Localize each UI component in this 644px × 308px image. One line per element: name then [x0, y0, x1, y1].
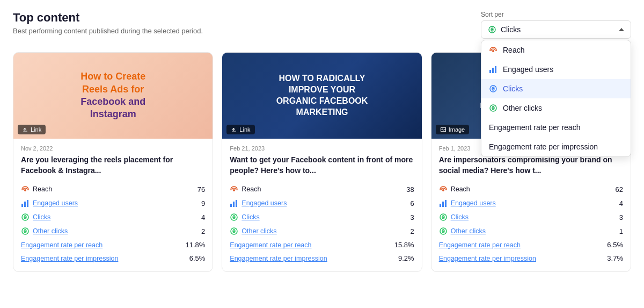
- card-2-other-clicks-value: 2: [410, 227, 414, 235]
- card-2-other-clicks-icon: [230, 227, 238, 235]
- engagement-reach-label: Engagement rate per reach: [489, 123, 580, 132]
- card-2-eng-reach-value: 15.8%: [394, 241, 414, 249]
- card-1-other-clicks-link[interactable]: Other clicks: [33, 227, 68, 235]
- card-3-metric-eng-reach: Engagement rate per reach 6.5%: [439, 238, 623, 252]
- card-1-other-clicks-value: 2: [201, 227, 205, 235]
- card-2-reach-label: Reach: [241, 185, 261, 193]
- card-3-badge: Image: [436, 125, 470, 134]
- card-2-eng-impression-value: 9.2%: [398, 254, 414, 262]
- page-title: Top content: [13, 11, 203, 25]
- card-2-date: Feb 21, 2023: [230, 145, 414, 152]
- card-2-metric-engaged: Engaged users 6: [230, 196, 414, 210]
- card-1-engaged-link[interactable]: Engaged users: [33, 199, 78, 207]
- card-1-metric-other-clicks: Other clicks 2: [21, 224, 205, 238]
- card-1-eng-reach-link[interactable]: Engagement rate per reach: [21, 241, 103, 249]
- sort-option-other-clicks[interactable]: Other clicks: [481, 98, 631, 118]
- card-2-badge-label: Link: [239, 126, 250, 133]
- sort-dropdown-menu: Reach Engaged users Clicks: [481, 40, 631, 157]
- card-2-reach-icon: [230, 185, 238, 194]
- card-2-metric-eng-reach: Engagement rate per reach 15.8%: [230, 238, 414, 252]
- card-3-engaged-link[interactable]: Engaged users: [451, 199, 496, 207]
- card-3-other-clicks-icon: [439, 227, 448, 235]
- card-2-metric-clicks: Clicks 3: [230, 210, 414, 224]
- card-3-eng-impression-value: 3.7%: [607, 254, 623, 262]
- card-3-other-clicks-link[interactable]: Other clicks: [451, 227, 486, 235]
- card-1-metric-eng-impression: Engagement rate per impression 6.5%: [21, 252, 205, 265]
- sort-selected-label: Clicks: [501, 25, 521, 34]
- card-2-body: Feb 21, 2023 Want to get your Facebook c…: [222, 139, 421, 271]
- card-1-title: Are you leveraging the reels placement f…: [21, 155, 205, 176]
- card-2-engaged-link[interactable]: Engaged users: [241, 199, 287, 207]
- card-2-reach-value: 38: [406, 185, 414, 194]
- page-container: Top content Best performing content publ…: [13, 11, 631, 272]
- content-card-1: How to CreateReels Ads for Facebook andI…: [13, 52, 213, 272]
- card-2-badge-icon: [231, 126, 237, 133]
- card-3-eng-impression-link[interactable]: Engagement rate per impression: [439, 255, 536, 262]
- card-1-reach-icon: [21, 185, 30, 194]
- card-1-badge: Link: [18, 125, 46, 134]
- card-3-metric-eng-impression: Engagement rate per impression 3.7%: [439, 252, 623, 265]
- card-3-engaged-icon: [439, 199, 448, 207]
- sort-area: Sort per Clicks Reach: [481, 11, 631, 39]
- card-1-metric-clicks: Clicks 4: [21, 210, 205, 224]
- card-3-reach-value: 62: [616, 185, 623, 194]
- card-2-engaged-value: 6: [410, 199, 414, 207]
- card-1-eng-impression-link[interactable]: Engagement rate per impression: [21, 255, 118, 262]
- card-3-body: Feb 1, 2023 Are impersonators compromisi…: [431, 139, 631, 271]
- card-2-clicks-icon: [230, 213, 238, 221]
- card-1-body: Nov 2, 2022 Are you leveraging the reels…: [13, 139, 213, 271]
- card-2-clicks-value: 3: [410, 213, 414, 221]
- card-1-badge-label: Link: [31, 126, 41, 133]
- engaged-users-icon: [489, 65, 497, 74]
- card-3-metric-clicks: Clicks 3: [439, 210, 623, 224]
- card-3-badge-icon: [440, 126, 447, 133]
- card-3-eng-reach-link[interactable]: Engagement rate per reach: [439, 241, 521, 249]
- card-1-clicks-icon: [21, 213, 30, 221]
- card-2-eng-impression-link[interactable]: Engagement rate per impression: [230, 255, 327, 262]
- card-3-clicks-value: 3: [619, 213, 623, 221]
- card-1-date: Nov 2, 2022: [21, 145, 205, 152]
- header-row: Top content Best performing content publ…: [13, 11, 631, 46]
- card-2-image: HOW TO RADICALLYIMPROVE YOURORGANIC FACE…: [222, 53, 421, 139]
- other-clicks-icon: [489, 104, 497, 112]
- card-3-reach-label: Reach: [451, 185, 470, 193]
- card-1-engaged-value: 9: [201, 199, 205, 207]
- sort-option-other-clicks-label: Other clicks: [503, 104, 542, 112]
- card-3-reach-icon: [439, 185, 448, 194]
- card-2-metric-eng-impression: Engagement rate per impression 9.2%: [230, 252, 414, 265]
- card-1-metric-engaged: Engaged users 9: [21, 196, 205, 210]
- card-3-metric-other-clicks: Other clicks 1: [439, 224, 623, 238]
- sort-dropdown-button[interactable]: Clicks: [481, 20, 631, 39]
- card-1-image: How to CreateReels Ads for Facebook andI…: [13, 53, 213, 139]
- engagement-impression-label: Engagement rate per impression: [489, 142, 598, 151]
- card-1-clicks-link[interactable]: Clicks: [33, 213, 50, 221]
- sort-option-clicks[interactable]: Clicks: [481, 79, 631, 98]
- card-1-eng-impression-value: 6.5%: [189, 254, 206, 262]
- reach-icon: [489, 46, 497, 54]
- sort-option-engagement-reach[interactable]: Engagement rate per reach: [481, 118, 631, 137]
- card-3-eng-reach-value: 6.5%: [607, 241, 623, 249]
- link-badge-icon: [22, 126, 28, 133]
- sort-option-engaged-label: Engaged users: [503, 65, 553, 74]
- card-3-metric-engaged: Engaged users 4: [439, 196, 623, 210]
- sort-selected-icon: [488, 25, 496, 34]
- card-3-title: Are impersonators compromising your bran…: [439, 155, 623, 176]
- card-2-other-clicks-link[interactable]: Other clicks: [241, 227, 276, 235]
- card-2-metric-other-clicks: Other clicks 2: [230, 224, 414, 238]
- card-2-eng-reach-link[interactable]: Engagement rate per reach: [230, 241, 311, 249]
- card-1-metric-eng-reach: Engagement rate per reach 11.8%: [21, 238, 205, 252]
- card-2-clicks-link[interactable]: Clicks: [241, 213, 259, 221]
- chevron-up-icon: [619, 28, 624, 31]
- card-3-clicks-link[interactable]: Clicks: [451, 213, 469, 221]
- card-2-title: Want to get your Facebook content in fro…: [230, 155, 414, 176]
- card-1-other-clicks-icon: [21, 227, 30, 235]
- card-3-engaged-value: 4: [619, 199, 623, 207]
- card-3-metric-reach: Reach 62: [439, 182, 623, 196]
- card-2-badge: Link: [226, 125, 254, 134]
- sort-option-engagement-impression[interactable]: Engagement rate per impression: [481, 137, 631, 156]
- card-3-other-clicks-value: 1: [619, 227, 623, 235]
- card-1-clicks-value: 4: [201, 213, 205, 221]
- title-area: Top content Best performing content publ…: [13, 11, 203, 46]
- sort-option-reach[interactable]: Reach: [481, 40, 631, 60]
- sort-option-engaged-users[interactable]: Engaged users: [481, 60, 631, 79]
